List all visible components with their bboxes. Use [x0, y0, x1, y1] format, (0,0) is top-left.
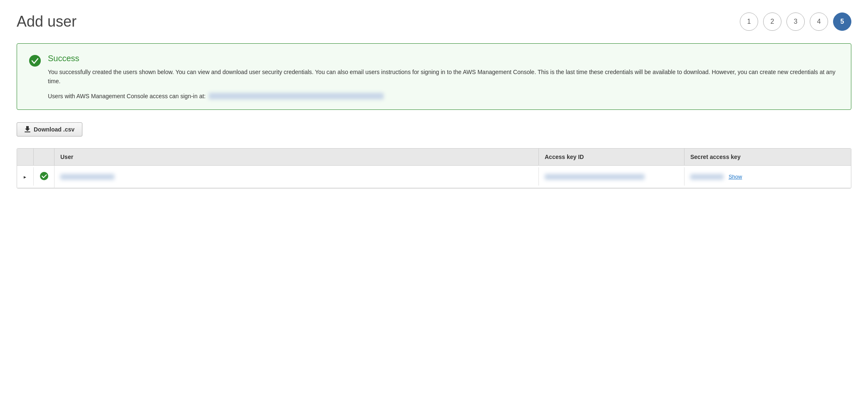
secret-key-blurred	[690, 174, 724, 180]
row-success-icon	[40, 171, 49, 181]
table-row: ► Show	[17, 166, 851, 188]
svg-marker-2	[25, 126, 30, 131]
step-2[interactable]: 2	[763, 12, 781, 31]
show-secret-link[interactable]: Show	[729, 174, 742, 180]
col-header-user: User	[55, 149, 539, 165]
step-4[interactable]: 4	[810, 12, 828, 31]
download-csv-button[interactable]: Download .csv	[17, 122, 82, 137]
stepper: 1 2 3 4 5	[740, 12, 851, 31]
row-user	[55, 167, 539, 186]
success-description: You successfully created the users shown…	[48, 67, 839, 86]
svg-point-0	[29, 55, 41, 67]
svg-rect-1	[25, 132, 30, 132]
row-secret-access-key: Show	[684, 167, 851, 186]
success-title: Success	[48, 54, 839, 63]
sign-in-row: Users with AWS Management Console access…	[48, 93, 839, 99]
step-5[interactable]: 5	[833, 12, 851, 31]
row-status	[34, 166, 55, 188]
success-content: Success You successfully created the use…	[48, 54, 839, 99]
users-table: User Access key ID Secret access key ► S…	[17, 148, 851, 189]
col-header-secret-access-key: Secret access key	[684, 149, 851, 165]
download-icon	[25, 126, 30, 133]
user-name-blurred	[60, 174, 114, 180]
row-expand[interactable]: ►	[17, 167, 34, 186]
access-key-id-blurred	[545, 174, 645, 180]
col-header-access-key-id: Access key ID	[539, 149, 684, 165]
table-header: User Access key ID Secret access key	[17, 149, 851, 166]
expand-arrow-icon: ►	[23, 175, 27, 179]
success-banner: Success You successfully created the use…	[17, 43, 851, 110]
step-1[interactable]: 1	[740, 12, 758, 31]
col-header-expand	[17, 149, 34, 165]
step-3[interactable]: 3	[786, 12, 805, 31]
svg-point-3	[40, 172, 48, 180]
col-header-status	[34, 149, 55, 165]
row-access-key-id	[539, 167, 684, 186]
page-header: Add user 1 2 3 4 5	[17, 12, 851, 31]
sign-in-label: Users with AWS Management Console access…	[48, 93, 206, 99]
page-title: Add user	[17, 13, 77, 30]
download-csv-label: Download .csv	[34, 126, 74, 133]
success-icon	[29, 55, 41, 67]
sign-in-url-blurred	[209, 93, 384, 99]
